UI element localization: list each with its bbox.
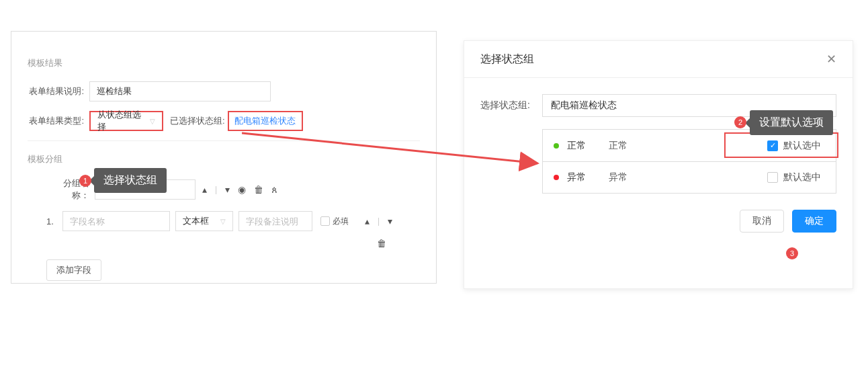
annotation-badge-1: 1 [79,175,91,187]
annotation-badge-3: 3 [786,247,798,259]
delete-icon[interactable]: 🗑 [254,184,263,195]
selected-group-link[interactable]: 配电箱巡检状态 [228,111,303,131]
move-down-icon[interactable]: ▾ [225,184,230,195]
result-type-select[interactable]: 从状态组选择 ▽ [89,111,163,131]
group-icon-toolbar: ▴ | ▾ ◉ 🗑 ጰ [202,184,277,196]
default-label: 默认选中 [783,171,821,183]
default-checkbox-unchecked[interactable]: 默认选中 [767,171,821,183]
result-desc-row: 表单结果说明: [28,81,420,101]
default-checkbox-checked[interactable]: ✓ 默认选中 [767,140,821,152]
annotation-badge-2: 2 [734,116,746,128]
field-type-value: 文本框 [183,215,209,227]
status-row-abnormal[interactable]: 异常 异常 默认选中 [542,161,836,194]
field-name-input[interactable] [62,211,170,231]
separator-icon: | [378,216,380,226]
select-group-label: 选择状态组: [480,99,542,112]
field-row: 1. 文本框 ▽ 必填 ▴ | ▾ [28,211,420,231]
close-icon[interactable]: ✕ [826,52,836,67]
field-remark-input[interactable] [238,211,312,231]
status-name: 异常 [567,171,601,183]
status-name: 正常 [567,140,601,152]
default-label: 默认选中 [783,140,821,152]
result-type-select-value: 从状态组选择 [97,109,144,133]
cancel-button[interactable]: 取消 [740,210,784,233]
field-type-select[interactable]: 文本框 ▽ [175,211,233,231]
callout-text: 选择状态组 [103,174,157,185]
move-down-icon[interactable]: ▾ [388,216,392,226]
selected-group-label: 已选择状态组: [170,115,225,127]
checkbox-empty-icon [320,216,330,226]
section-title-group: 模板分组 [28,153,420,165]
callout-text: 设置默认选项 [759,116,824,128]
modal-footer: 取消 确定 [464,210,853,246]
field-icon-toolbar: ▴ | ▾ [365,216,392,226]
field-delete-icon[interactable]: 🗑 [377,238,420,249]
divider [28,140,420,141]
field-index: 1. [46,216,62,226]
confirm-button[interactable]: 确定 [792,210,836,233]
section-title-result: 模板结果 [28,57,420,69]
required-checkbox[interactable]: 必填 [320,216,349,227]
status-text: 异常 [609,171,767,183]
result-desc-label: 表单结果说明: [28,85,89,97]
move-up-icon[interactable]: ▴ [202,184,207,195]
eye-icon[interactable]: ◉ [238,184,246,195]
modal-body: 选择状态组: 正常 正常 ✓ 默认选中 异常 异常 默认选中 [464,78,853,210]
modal-title: 选择状态组 [480,52,534,67]
result-type-row: 表单结果类型: 从状态组选择 ▽ 已选择状态组: 配电箱巡检状态 [28,111,420,131]
status-dot-green-icon [554,143,559,149]
checkbox-checked-icon: ✓ [767,140,778,151]
result-desc-input[interactable] [89,81,271,101]
status-dot-red-icon [554,175,559,180]
annotation-callout-1: 选择状态组 [94,168,167,193]
annotation-callout-2: 设置默认选项 [750,110,833,135]
status-text: 正常 [609,140,767,152]
template-form-panel: 模板结果 表单结果说明: 表单结果类型: 从状态组选择 ▽ 已选择状态组: 配电… [11,31,437,284]
move-up-icon[interactable]: ▴ [365,216,370,226]
modal-header: 选择状态组 ✕ [464,41,853,78]
chevron-down-icon: ▽ [150,118,155,125]
chevron-down-icon: ▽ [220,218,226,225]
result-type-label: 表单结果类型: [28,115,89,127]
checkbox-empty-icon [767,172,778,183]
required-label: 必填 [333,216,349,227]
user-icon[interactable]: ጰ [271,184,277,196]
separator-icon: | [215,185,217,194]
add-field-button[interactable]: 添加字段 [46,259,101,281]
